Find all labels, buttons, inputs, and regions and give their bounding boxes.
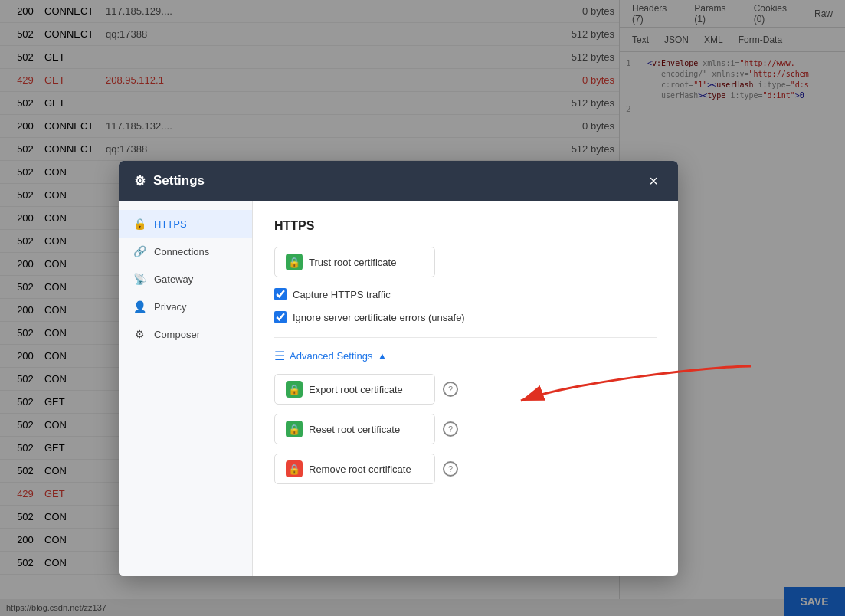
sidebar-item-privacy[interactable]: 👤 Privacy xyxy=(119,293,252,320)
sidebar-item-gateway[interactable]: 📡 Gateway xyxy=(119,265,252,293)
sidebar-label-privacy: Privacy xyxy=(154,301,187,313)
remove-help-icon[interactable]: ? xyxy=(443,461,458,477)
trust-cert-label: Trust root certificate xyxy=(309,257,396,268)
modal-title: Settings xyxy=(153,173,205,188)
trust-cert-button[interactable]: 🔒 Trust root certificate xyxy=(274,247,435,277)
reset-cert-label: Reset root certificate xyxy=(309,424,400,435)
chevron-up-icon: ▲ xyxy=(377,350,387,362)
list-icon: ☰ xyxy=(274,349,285,363)
ignore-cert-label: Ignore server certificate errors (unsafe… xyxy=(293,312,465,323)
capture-https-checkbox[interactable] xyxy=(274,288,287,300)
ignore-cert-row: Ignore server certificate errors (unsafe… xyxy=(274,310,657,325)
connections-icon: 🔗 xyxy=(133,245,146,257)
gear-icon: ⚙ xyxy=(134,173,146,189)
sidebar-item-connections[interactable]: 🔗 Connections xyxy=(119,238,252,265)
trust-cert-icon: 🔒 xyxy=(286,254,303,270)
sidebar-label-composer: Composer xyxy=(154,329,200,340)
export-cert-button[interactable]: 🔒 Export root certificate xyxy=(274,374,435,405)
modal-header: ⚙ Settings × xyxy=(119,161,678,201)
reset-cert-button[interactable]: 🔒 Reset root certificate xyxy=(274,414,435,444)
reset-cert-row: 🔒 Reset root certificate ? xyxy=(274,414,657,444)
remove-cert-button[interactable]: 🔒 Remove root certificate xyxy=(274,454,435,484)
modal-sidebar: 🔒 HTTPS 🔗 Connections 📡 Gateway 👤 Privac… xyxy=(119,201,253,576)
sidebar-label-https: HTTPS xyxy=(154,218,187,230)
red-arrow-annotation xyxy=(498,359,758,414)
person-icon: 👤 xyxy=(133,300,146,313)
modal-header-left: ⚙ Settings xyxy=(134,173,205,189)
sidebar-label-connections: Connections xyxy=(154,246,209,257)
remove-cert-label: Remove root certificate xyxy=(309,464,411,475)
close-button[interactable]: × xyxy=(644,172,663,190)
section-title: HTTPS xyxy=(274,219,657,233)
ignore-cert-checkbox[interactable] xyxy=(274,311,287,323)
reset-cert-icon: 🔒 xyxy=(286,421,303,437)
remove-cert-icon: 🔒 xyxy=(286,460,303,477)
export-cert-label: Export root certificate xyxy=(309,384,403,395)
wifi-icon: 📡 xyxy=(133,273,146,285)
export-help-icon[interactable]: ? xyxy=(443,382,458,397)
composer-icon: ⚙ xyxy=(133,328,146,340)
lock-icon: 🔒 xyxy=(133,218,146,230)
reset-help-icon[interactable]: ? xyxy=(443,421,458,437)
advanced-label: Advanced Settings xyxy=(290,350,372,362)
capture-https-label: Capture HTTPS traffic xyxy=(293,289,391,300)
trust-cert-row: 🔒 Trust root certificate xyxy=(274,247,657,277)
remove-cert-row: 🔒 Remove root certificate ? xyxy=(274,454,657,484)
export-cert-icon: 🔒 xyxy=(286,381,303,398)
capture-https-row: Capture HTTPS traffic xyxy=(274,287,657,302)
sidebar-item-composer[interactable]: ⚙ Composer xyxy=(119,320,252,348)
sidebar-label-gateway: Gateway xyxy=(154,274,193,285)
sidebar-item-https[interactable]: 🔒 HTTPS xyxy=(119,210,252,238)
